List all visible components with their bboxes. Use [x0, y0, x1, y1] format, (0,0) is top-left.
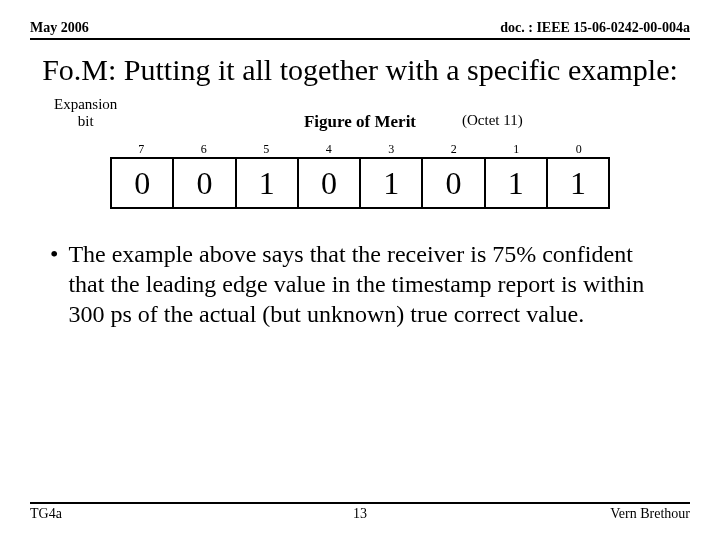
- bit-value: 0: [174, 159, 236, 207]
- bit-index: 5: [235, 142, 298, 157]
- footer-page-number: 13: [30, 506, 690, 522]
- octet-label: (Octet 11): [462, 112, 523, 129]
- bit-index: 3: [360, 142, 423, 157]
- bit-value: 1: [486, 159, 548, 207]
- bit-index-row: 7 6 5 4 3 2 1 0: [110, 142, 610, 157]
- figure-area: Expansion bit Figure of Merit (Octet 11)…: [30, 96, 690, 209]
- bit-table: 7 6 5 4 3 2 1 0 0 0 1 0 1 0 1 1: [110, 142, 610, 209]
- bit-index: 7: [110, 142, 173, 157]
- bit-value: 0: [423, 159, 485, 207]
- bit-value: 0: [299, 159, 361, 207]
- bullet-text: The example above says that the receiver…: [68, 239, 670, 329]
- header-date: May 2006: [30, 20, 89, 36]
- bit-value: 1: [548, 159, 608, 207]
- bit-index: 1: [485, 142, 548, 157]
- bullet-dot: •: [50, 239, 58, 329]
- bit-index: 4: [298, 142, 361, 157]
- bit-value: 1: [237, 159, 299, 207]
- bit-value: 1: [361, 159, 423, 207]
- slide-footer: TG4a 13 Vern Brethour: [30, 502, 690, 522]
- header-doc-id: doc. : IEEE 15-06-0242-00-004a: [500, 20, 690, 36]
- figure-of-merit-label: Figure of Merit (Octet 11): [30, 96, 690, 132]
- bullet-item: • The example above says that the receiv…: [50, 239, 670, 329]
- bit-index: 2: [423, 142, 486, 157]
- figure-of-merit-text: Figure of Merit: [304, 112, 416, 131]
- slide-title: Fo.M: Putting it all together with a spe…: [30, 52, 690, 88]
- bit-index: 0: [548, 142, 611, 157]
- bit-value: 0: [112, 159, 174, 207]
- bit-index: 6: [173, 142, 236, 157]
- slide-header: May 2006 doc. : IEEE 15-06-0242-00-004a: [30, 20, 690, 40]
- bit-value-row: 0 0 1 0 1 0 1 1: [110, 157, 610, 209]
